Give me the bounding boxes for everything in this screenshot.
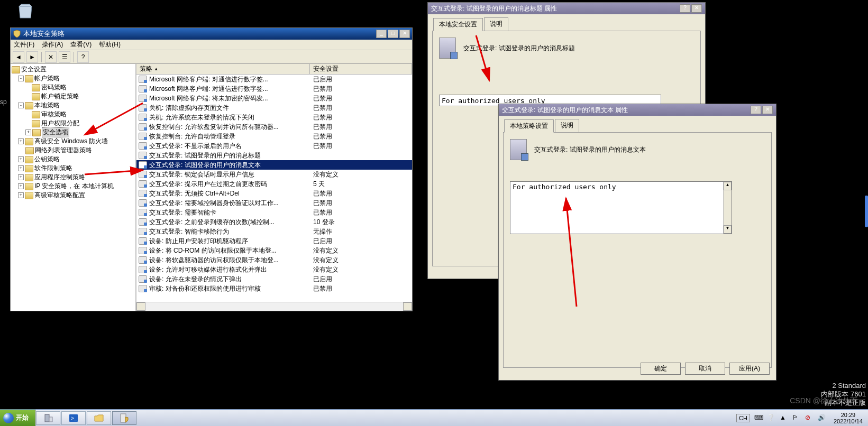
- tree-public-key[interactable]: +公钥策略: [11, 155, 135, 164]
- list-row[interactable]: 关机: 允许系统在未登录的情况下关闭已禁用: [136, 113, 412, 122]
- taskbar-local-security-policy[interactable]: [112, 411, 136, 425]
- scroll-left-button[interactable]: [136, 302, 145, 311]
- taskbar: 开始 >_ CH ⌨ ❔ ▲ 🏳 ⊘ 🔊 20:29 2022/10/14: [0, 409, 868, 426]
- taskbar-explorer[interactable]: [87, 411, 111, 425]
- tray-volume-icon[interactable]: 🔊: [818, 414, 826, 422]
- list-row[interactable]: 交互式登录: 无须按 Ctrl+Alt+Del已禁用: [136, 189, 412, 198]
- policy-icon: [139, 114, 147, 121]
- language-indicator[interactable]: CH: [736, 414, 750, 422]
- tab-explain[interactable]: 说明: [555, 119, 579, 132]
- prop2-titlebar[interactable]: 交互式登录: 试图登录的用户的消息文本 属性 ? ✕: [499, 104, 776, 116]
- list-row[interactable]: 审核: 对备份和还原权限的使用进行审核已禁用: [136, 284, 412, 293]
- list-row[interactable]: 恢复控制台: 允许自动管理登录已禁用: [136, 132, 412, 141]
- recycle-bin-icon[interactable]: [15, 1, 36, 24]
- help-button[interactable]: ?: [77, 51, 89, 63]
- prop1-titlebar[interactable]: 交互式登录: 试图登录的用户的消息标题 属性 ? ✕: [428, 3, 705, 14]
- tree-audit-policy[interactable]: 审核策略: [11, 110, 135, 119]
- horizontal-scrollbar[interactable]: [136, 302, 412, 311]
- minimize-button[interactable]: _: [376, 30, 387, 38]
- list-row[interactable]: 设备: 允许在未登录的情况下弹出已启用: [136, 274, 412, 284]
- tray-network-icon[interactable]: ⊘: [805, 414, 814, 422]
- list-row[interactable]: 交互式登录: 需要智能卡已禁用: [136, 208, 412, 217]
- apply-button[interactable]: 应用(A): [729, 363, 770, 375]
- list-row[interactable]: 设备: 防止用户安装打印机驱动程序已启用: [136, 236, 412, 246]
- taskbar-powershell[interactable]: >_: [61, 411, 86, 425]
- cancel-button[interactable]: 取消: [685, 363, 725, 375]
- policy-name: 交互式登录: 无须按 Ctrl+Alt+Del: [149, 189, 240, 198]
- list-row[interactable]: Microsoft 网络客户端: 对通信进行数字签...已禁用: [136, 84, 412, 94]
- list-row[interactable]: 设备: 将 CD-ROM 的访问权限仅限于本地登...没有定义: [136, 246, 412, 255]
- list-row[interactable]: 交互式登录: 试图登录的用户的消息文本: [136, 160, 412, 170]
- tree-password-policy[interactable]: 密码策略: [11, 83, 135, 92]
- list-row[interactable]: 交互式登录: 锁定会话时显示用户信息没有定义: [136, 170, 412, 179]
- back-button[interactable]: ◄: [13, 51, 24, 63]
- tree-lockout-policy[interactable]: 帐户锁定策略: [11, 92, 135, 101]
- policy-name: 交互式登录: 不显示最后的用户名: [149, 142, 242, 151]
- clock[interactable]: 20:29 2022/10/14: [830, 411, 866, 425]
- collapse-icon[interactable]: -: [18, 103, 24, 108]
- tray-action-center-icon[interactable]: 🏳: [792, 414, 801, 422]
- list-row[interactable]: 恢复控制台: 允许软盘复制并访问所有驱动器...已禁用: [136, 122, 412, 132]
- tab-local-security-setting[interactable]: 本地安全设置: [433, 18, 483, 31]
- collapse-icon[interactable]: -: [18, 76, 24, 81]
- tree-security-options[interactable]: +安全选项: [11, 128, 135, 137]
- tree-local-policies[interactable]: -本地策略: [11, 101, 135, 110]
- help-button[interactable]: ?: [680, 4, 690, 13]
- tree-software-restriction[interactable]: +软件限制策略: [11, 164, 135, 173]
- policy-setting: 没有定义: [310, 170, 412, 179]
- policy-setting: 已禁用: [310, 85, 412, 94]
- tree-app-control[interactable]: +应用程序控制策略: [11, 173, 135, 182]
- tab-local-policy-setting[interactable]: 本地策略设置: [504, 119, 554, 133]
- policy-icon: [139, 199, 147, 207]
- close-button[interactable]: ✕: [691, 4, 702, 13]
- taskbar-server-manager[interactable]: [36, 411, 60, 425]
- start-button[interactable]: 开始: [0, 410, 35, 426]
- list-row[interactable]: Microsoft 网络客户端: 对通信进行数字签...已启用: [136, 75, 412, 84]
- message-text-textarea[interactable]: For authorized users only: [510, 181, 732, 234]
- list-row[interactable]: 交互式登录: 智能卡移除行为无操作: [136, 227, 412, 236]
- mmc-tree[interactable]: 安全设置 -帐户策略 密码策略 帐户锁定策略 -本地策略 审核策略 用户权限分配…: [11, 64, 136, 311]
- help-button[interactable]: ?: [751, 106, 761, 114]
- mmc-titlebar[interactable]: 本地安全策略 _ □ ✕: [11, 28, 412, 40]
- tree-account-policies[interactable]: -帐户策略: [11, 74, 135, 83]
- expand-icon[interactable]: +: [18, 138, 24, 144]
- list-row[interactable]: 交互式登录: 需要域控制器身份验证以对工作...已禁用: [136, 198, 412, 208]
- tree-user-rights[interactable]: 用户权限分配: [11, 119, 135, 128]
- expand-icon[interactable]: +: [25, 129, 31, 135]
- ok-button[interactable]: 确定: [641, 363, 681, 375]
- scroll-right-button[interactable]: [403, 302, 412, 311]
- tree-windows-firewall[interactable]: +高级安全 Windows 防火墙: [11, 137, 135, 146]
- policy-setting: 已禁用: [310, 94, 412, 103]
- menu-view[interactable]: 查看(V): [70, 40, 92, 49]
- menu-help[interactable]: 帮助(H): [99, 40, 121, 49]
- list-row[interactable]: 交互式登录: 不显示最后的用户名已禁用: [136, 141, 412, 151]
- close-button[interactable]: ✕: [762, 106, 773, 114]
- forward-button[interactable]: ►: [26, 51, 38, 63]
- textarea-scrollbar[interactable]: ▲▼: [723, 182, 732, 234]
- policy-icon: [139, 237, 147, 245]
- list-row[interactable]: 交互式登录: 试图登录的用户的消息标题: [136, 151, 412, 160]
- maximize-button[interactable]: □: [388, 30, 398, 38]
- delete-button[interactable]: ✕: [45, 51, 57, 63]
- list-row[interactable]: 关机: 清除虚拟内存页面文件已禁用: [136, 103, 412, 113]
- list-row[interactable]: 交互式登录: 提示用户在过期之前更改密码5 天: [136, 179, 412, 189]
- menu-file[interactable]: 文件(F): [14, 40, 34, 49]
- tray-collapse-icon[interactable]: ▲: [780, 414, 788, 422]
- tray-help-icon[interactable]: ❔: [767, 414, 775, 422]
- tab-explain[interactable]: 说明: [484, 17, 508, 31]
- menu-action[interactable]: 操作(A): [42, 40, 63, 49]
- tray-keyboard-icon[interactable]: ⌨: [754, 414, 763, 422]
- tree-advanced-audit[interactable]: +高级审核策略配置: [11, 191, 135, 200]
- tree-ip-security[interactable]: +IP 安全策略，在 本地计算机: [11, 182, 135, 191]
- list-row[interactable]: 交互式登录: 之前登录到缓存的次数(域控制...10 登录: [136, 217, 412, 227]
- list-row[interactable]: 设备: 允许对可移动媒体进行格式化并弹出没有定义: [136, 265, 412, 274]
- properties-button[interactable]: ☰: [59, 51, 70, 63]
- list-row[interactable]: Microsoft 网络客户端: 将未加密的密码发...已禁用: [136, 94, 412, 103]
- column-setting[interactable]: 安全设置: [310, 64, 412, 74]
- list-row[interactable]: 设备: 将软盘驱动器的访问权限仅限于本地登...没有定义: [136, 255, 412, 265]
- list-body[interactable]: Microsoft 网络客户端: 对通信进行数字签...已启用Microsoft…: [136, 75, 412, 302]
- tree-network-list[interactable]: 网络列表管理器策略: [11, 146, 135, 155]
- close-button[interactable]: ✕: [399, 30, 410, 38]
- tree-root[interactable]: 安全设置: [11, 65, 135, 74]
- column-policy[interactable]: 策略 ▲: [136, 64, 310, 74]
